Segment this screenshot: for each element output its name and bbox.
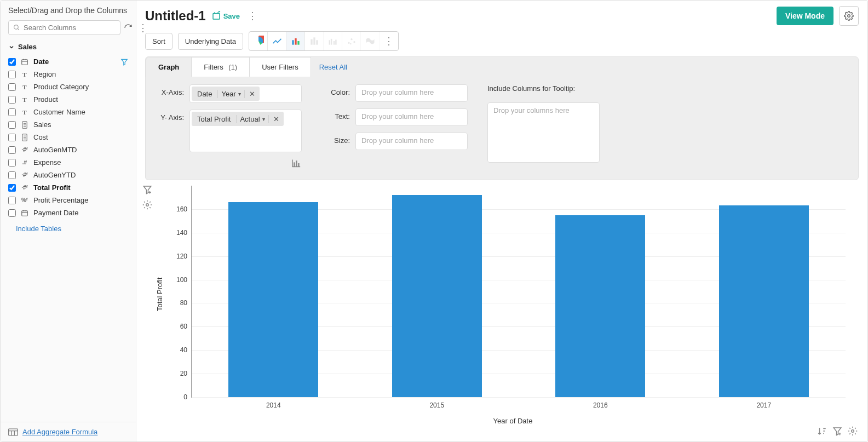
xaxis-chip-mode: Year xyxy=(221,90,235,98)
page-title: Untitled-1 xyxy=(145,8,206,24)
add-filter-icon[interactable] xyxy=(142,185,152,194)
column-label: Customer Name xyxy=(33,108,128,116)
yaxis-chip-remove-icon[interactable]: ✕ xyxy=(268,115,284,123)
column-checkbox[interactable] xyxy=(8,83,16,91)
tab-user-filters[interactable]: User Filters xyxy=(249,57,311,77)
view-mode-button[interactable]: View Mode xyxy=(777,7,833,25)
column-checkbox[interactable] xyxy=(8,184,16,192)
column-label: Expense xyxy=(33,158,128,167)
chart-type-bar-icon[interactable] xyxy=(286,32,305,50)
column-item[interactable]: TRegion xyxy=(1,68,136,81)
sort-chart-icon[interactable] xyxy=(817,426,827,436)
svg-rect-34 xyxy=(335,40,337,45)
column-label: AutoGenYTD xyxy=(33,171,128,179)
column-item[interactable]: TProduct xyxy=(1,93,136,106)
column-checkbox[interactable] xyxy=(8,146,16,154)
column-checkbox[interactable] xyxy=(8,71,16,78)
column-label: Total Profit xyxy=(33,183,128,192)
column-item[interactable]: Date xyxy=(1,55,136,68)
column-type-icon: T xyxy=(20,109,29,116)
settings-button[interactable] xyxy=(839,6,859,26)
chart-bar[interactable] xyxy=(392,195,482,397)
column-type-icon: T xyxy=(20,71,29,78)
include-tables-link[interactable]: Include Tables xyxy=(1,220,136,237)
tooltip-label: Include Columns for Tooltip: xyxy=(487,84,600,93)
chart-type-line-icon[interactable] xyxy=(268,32,286,50)
text-dropzone[interactable]: Drop your column here xyxy=(355,108,468,126)
title-more-icon[interactable]: ⋮ xyxy=(245,11,260,21)
svg-point-37 xyxy=(353,41,355,43)
yaxis-chip[interactable]: Total Profit Actual ▾ ✕ xyxy=(192,112,284,126)
color-dropzone[interactable]: Drop your column here xyxy=(355,84,468,102)
sort-button[interactable]: Sort xyxy=(145,33,173,50)
chart-bar[interactable] xyxy=(228,202,318,397)
column-item[interactable]: ·#ᶠAutoGenMTD xyxy=(1,143,136,156)
axis-settings-icon[interactable] xyxy=(291,159,302,168)
xaxis-chip-remove-icon[interactable]: ✕ xyxy=(244,90,260,98)
chart-type-pie-icon[interactable] xyxy=(249,32,268,50)
column-checkbox[interactable] xyxy=(8,58,16,66)
filter-icon[interactable] xyxy=(120,58,128,66)
column-type-icon: ·#ᶠ xyxy=(20,172,29,178)
svg-rect-32 xyxy=(330,39,332,45)
column-checkbox[interactable] xyxy=(8,108,16,116)
svg-rect-33 xyxy=(333,41,335,45)
column-label: Product xyxy=(33,95,128,104)
column-type-icon: T xyxy=(20,96,29,103)
chevron-down-icon: ▾ xyxy=(262,116,265,122)
column-checkbox[interactable] xyxy=(8,171,16,179)
svg-rect-2 xyxy=(22,59,28,64)
xtick-label: 2015 xyxy=(429,397,444,409)
search-columns-input-wrap[interactable] xyxy=(8,20,120,35)
size-dropzone[interactable]: Drop your column here xyxy=(355,133,468,150)
column-item[interactable]: ·#ᶠTotal Profit xyxy=(1,181,136,194)
column-checkbox[interactable] xyxy=(8,96,16,104)
column-checkbox[interactable] xyxy=(8,134,16,141)
column-item[interactable]: Sales xyxy=(1,118,136,131)
footer-gear-icon[interactable] xyxy=(848,426,858,436)
column-checkbox[interactable] xyxy=(8,197,16,204)
svg-rect-29 xyxy=(313,37,315,44)
chart-type-group: ⋮ xyxy=(249,31,399,51)
column-item[interactable]: .#Expense xyxy=(1,156,136,169)
chart-settings-icon[interactable] xyxy=(142,200,152,210)
svg-rect-25 xyxy=(292,40,294,44)
yaxis-dropzone[interactable]: Total Profit Actual ▾ ✕ xyxy=(189,110,302,152)
svg-rect-27 xyxy=(297,41,299,45)
group-toggle-sales[interactable]: Sales xyxy=(1,39,136,54)
yaxis-chip-mode-select[interactable]: Actual ▾ xyxy=(236,115,268,123)
chart-bar[interactable] xyxy=(719,205,809,397)
column-checkbox[interactable] xyxy=(8,159,16,167)
refresh-icon[interactable] xyxy=(124,22,133,33)
column-item[interactable]: ·#ᶠAutoGenYTD xyxy=(1,169,136,181)
svg-point-0 xyxy=(14,25,19,30)
tab-filters[interactable]: Filters (1) xyxy=(191,57,250,77)
xaxis-chip[interactable]: Date Year ▾ ✕ xyxy=(192,87,260,101)
column-item[interactable]: Cost xyxy=(1,131,136,143)
yaxis-label: Y- Axis: xyxy=(156,110,184,122)
tab-graph[interactable]: Graph xyxy=(146,57,192,77)
column-item[interactable]: %ᶠProfit Percentage xyxy=(1,194,136,206)
column-item[interactable]: Payment Date xyxy=(1,206,136,219)
xtick-label: 2017 xyxy=(756,397,771,409)
chart-type-more-icon[interactable]: ⋮ xyxy=(380,32,398,50)
add-aggregate-formula-link[interactable]: Add Aggregate Formula xyxy=(22,428,97,436)
column-checkbox[interactable] xyxy=(8,209,16,217)
column-type-icon: %ᶠ xyxy=(20,197,29,203)
save-button[interactable]: Save xyxy=(211,11,240,21)
column-label: Date xyxy=(33,58,116,66)
tooltip-dropzone[interactable]: Drop your columns here xyxy=(487,102,600,163)
column-item[interactable]: TProduct Category xyxy=(1,81,136,93)
svg-marker-6 xyxy=(122,59,128,65)
column-item[interactable]: TCustomer Name xyxy=(1,106,136,118)
underlying-data-button[interactable]: Underlying Data xyxy=(178,33,243,50)
search-columns-input[interactable] xyxy=(24,24,116,32)
tab-filters-label: Filters xyxy=(204,63,223,71)
column-checkbox[interactable] xyxy=(8,121,16,129)
column-type-icon xyxy=(20,209,29,217)
xaxis-dropzone[interactable]: Date Year ▾ ✕ xyxy=(189,84,302,103)
reset-all-link[interactable]: Reset All xyxy=(311,63,356,71)
footer-filter-icon[interactable] xyxy=(832,426,842,436)
xaxis-chip-mode-select[interactable]: Year ▾ xyxy=(217,90,244,98)
chart-bar[interactable] xyxy=(555,215,645,397)
